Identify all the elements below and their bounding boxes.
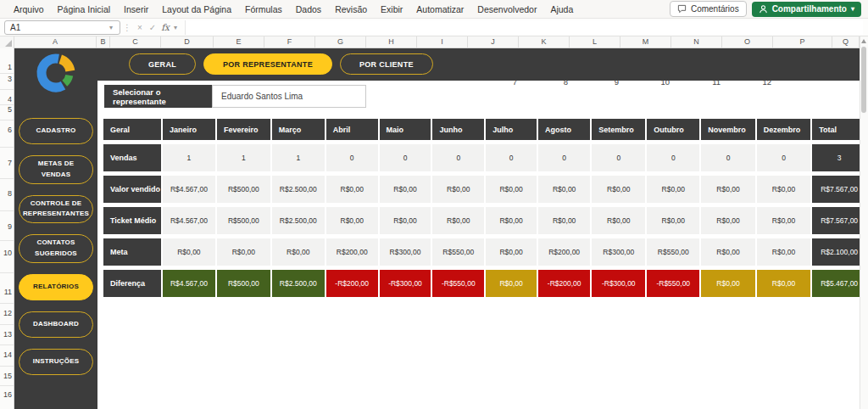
column-header-q[interactable]: Q [832,36,860,48]
table-cell[interactable]: R$550,00 [432,238,484,266]
table-cell[interactable]: R$0,00 [701,176,755,203]
table-cell[interactable]: -R$550,00 [647,270,699,297]
column-header-j[interactable]: J [468,36,519,48]
table-cell[interactable]: 1 [163,144,215,171]
column-header-agosto[interactable]: Agosto [538,119,590,140]
total-cell[interactable]: R$2.100,00 [812,238,866,266]
sidebar-item-contatos-sugeridos[interactable]: CONTATOS SUGERIDOS [19,234,93,263]
table-cell[interactable]: R$300,00 [380,238,431,266]
column-header-janeiro[interactable]: Janeiro [163,119,215,140]
sidebar-item-relatorios[interactable]: RELATÓRIOS [19,274,93,300]
menu-item-layout-da-pagina[interactable]: Layout da Página [155,4,238,14]
row-header-10[interactable]: 10 [0,249,12,257]
row-header-4[interactable]: 4 [0,95,12,104]
column-header-d[interactable]: D [161,36,214,48]
column-header-total[interactable]: Total [812,119,866,140]
table-cell[interactable]: 1 [217,144,270,171]
table-cell[interactable]: R$0,00 [592,176,645,203]
table-cell[interactable]: 0 [326,144,378,171]
table-cell[interactable]: R$0,00 [432,207,484,234]
table-cell[interactable]: R$0,00 [486,207,537,234]
representative-selector-value[interactable]: Eduardo Santos Lima [212,85,366,108]
column-header-julho[interactable]: Julho [486,119,537,140]
table-cell[interactable]: -R$200,00 [538,270,590,297]
menu-item-dados[interactable]: Dados [289,4,328,14]
table-cell[interactable]: R$500,00 [217,270,270,297]
column-header-h[interactable]: H [366,36,417,48]
fx-icon[interactable]: fx [159,22,171,32]
menu-item-desenvolvedor[interactable]: Desenvolvedor [470,4,543,14]
table-cell[interactable]: R$0,00 [486,176,537,203]
table-cell[interactable]: R$4.567,00 [163,207,215,234]
column-header-junho[interactable]: Junho [432,119,484,140]
table-cell[interactable]: R$0,00 [326,207,378,234]
table-cell[interactable]: R$0,00 [217,238,270,266]
table-cell[interactable]: 0 [592,144,645,171]
table-cell[interactable]: R$0,00 [757,238,810,266]
table-cell[interactable]: -R$200,00 [326,270,378,297]
select-all-corner[interactable] [0,36,14,48]
column-header-fevereiro[interactable]: Fevereiro [217,119,270,140]
table-cell[interactable]: 0 [380,144,431,171]
column-header-o[interactable]: O [722,36,773,48]
table-cell[interactable]: R$0,00 [326,176,378,203]
table-cell[interactable]: 0 [538,144,590,171]
menu-item-automatizar[interactable]: Automatizar [409,4,470,14]
table-cell[interactable]: R$550,00 [647,238,699,266]
table-cell[interactable]: 1 [272,144,325,171]
column-header-i[interactable]: I [417,36,468,48]
table-cell[interactable]: R$0,00 [757,176,810,203]
column-header-novembro[interactable]: Novembro [701,119,755,140]
table-cell[interactable]: R$4.567,00 [163,176,215,203]
row-header-9[interactable]: 9 [0,222,12,231]
sidebar-item-metas-de-vendas[interactable]: METAS DE VENDAS [19,155,93,184]
table-cell[interactable]: R$200,00 [326,238,378,266]
column-header-geral[interactable]: Geral [103,119,161,140]
sidebar-item-controle-de-representantes[interactable]: CONTROLE DE REPRESENTANTES [19,195,93,224]
table-cell[interactable]: 0 [647,144,699,171]
row-header-3[interactable]: 3 [0,75,12,83]
row-header-5[interactable]: 5 [0,105,12,114]
scrollbar-thumb[interactable] [861,47,866,113]
table-cell[interactable]: R$4.567,00 [163,270,215,297]
row-header-16[interactable]: 16 [0,390,12,399]
table-cell[interactable]: 0 [701,144,755,171]
formula-input[interactable] [185,20,863,35]
confirm-entry-icon[interactable]: ✓ [146,23,159,32]
table-cell[interactable]: R$0,00 [701,207,755,234]
row-header-13[interactable]: 13 [0,330,12,339]
table-cell[interactable]: 0 [757,144,810,171]
row-label[interactable]: Meta [103,238,161,266]
column-header-m[interactable]: M [620,36,671,48]
table-cell[interactable]: R$0,00 [592,207,645,234]
total-cell[interactable]: 3 [812,144,866,171]
menu-item-pagina-inicial[interactable]: Página Inicial [51,4,117,14]
row-header-7[interactable]: 7 [0,159,12,167]
column-header-a[interactable]: A [14,36,97,48]
table-cell[interactable]: R$200,00 [538,238,590,266]
table-cell[interactable]: R$2.500,00 [272,207,325,234]
table-cell[interactable]: R$0,00 [538,207,590,234]
column-header-k[interactable]: K [519,36,570,48]
row-header-8[interactable]: 8 [0,189,12,198]
row-header-15[interactable]: 15 [0,372,12,380]
menu-item-exibir[interactable]: Exibir [374,4,409,14]
table-cell[interactable]: R$0,00 [272,238,325,266]
menu-item-formulas[interactable]: Fórmulas [238,4,289,14]
table-cell[interactable]: -R$300,00 [592,270,645,297]
table-cell[interactable]: R$0,00 [163,238,215,266]
column-header-n[interactable]: N [671,36,722,48]
column-header-maio[interactable]: Maio [380,119,431,140]
row-label[interactable]: Valor vendido [103,176,161,203]
column-header-outubro[interactable]: Outubro [647,119,699,140]
menu-item-ajuda[interactable]: Ajuda [543,4,580,14]
row-header-14[interactable]: 14 [0,350,12,359]
total-cell[interactable]: R$7.567,00 [812,176,866,203]
table-cell[interactable]: R$0,00 [486,238,537,266]
table-cell[interactable]: R$0,00 [647,176,699,203]
table-cell[interactable]: R$0,00 [701,270,755,297]
column-header-p[interactable]: P [773,36,832,48]
menu-item-arquivo[interactable]: Arquivo [7,4,51,14]
table-cell[interactable]: R$0,00 [380,176,431,203]
row-header-11[interactable]: 11 [0,288,12,296]
